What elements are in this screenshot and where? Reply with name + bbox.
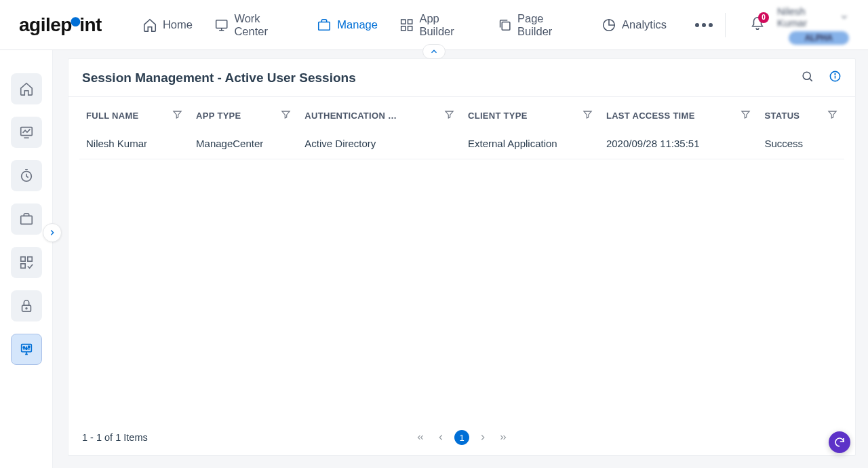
svg-rect-14 [22, 305, 31, 311]
pager-first[interactable] [414, 431, 427, 444]
nav-more[interactable] [695, 23, 713, 27]
svg-point-22 [28, 346, 29, 347]
lock-icon [19, 298, 34, 313]
search-icon [801, 70, 814, 83]
nav-manage-label: Manage [337, 18, 378, 31]
col-status-label: STATUS [764, 111, 800, 121]
filter-icon [281, 109, 291, 119]
svg-rect-6 [502, 22, 510, 30]
chevron-down-icon [840, 12, 849, 22]
nav-analytics-label: Analytics [622, 18, 667, 31]
svg-point-27 [835, 74, 835, 75]
chevron-right-icon [478, 433, 488, 442]
top-nav: agilep•int Home Work Center Manage App B… [0, 0, 868, 50]
briefcase-icon [317, 18, 332, 33]
pager-info: 1 - 1 of 1 Items [82, 432, 148, 443]
chevron-right-icon [47, 228, 57, 237]
refresh-fab[interactable] [829, 431, 850, 453]
col-last-access-label: LAST ACCESS TIME [606, 111, 695, 121]
nav-page-builder[interactable]: Page Builder [498, 12, 580, 38]
sidebar-item-timer[interactable] [11, 160, 42, 191]
chevron-left-icon [436, 433, 446, 442]
filter-icon [172, 109, 182, 119]
nav-home-label: Home [163, 18, 193, 31]
table-row[interactable]: Nilesh Kumar ManageCenter Active Directo… [79, 131, 844, 159]
filter-auth[interactable] [444, 109, 454, 121]
svg-line-24 [810, 79, 812, 81]
col-last-access[interactable]: LAST ACCESS TIME [599, 97, 758, 131]
col-auth[interactable]: AUTHENTICATION … [298, 97, 461, 131]
sidebar-item-home[interactable] [11, 73, 42, 104]
svg-point-15 [26, 308, 27, 309]
info-icon [829, 70, 842, 83]
user-name-label: Nilesh Kumar [777, 5, 837, 28]
search-button[interactable] [801, 70, 814, 85]
svg-point-23 [803, 72, 810, 79]
user-block: Nilesh Kumar ALPHA [777, 5, 849, 45]
sliders-icon [19, 342, 34, 357]
home-icon [142, 18, 157, 33]
sidebar-expand-button[interactable] [43, 223, 62, 242]
info-button[interactable] [829, 70, 842, 85]
pager-last[interactable] [496, 431, 510, 444]
table-header-row: FULL NAME APP TYPE AUTHENTICATION … CLIE… [79, 97, 844, 131]
chevron-up-icon [429, 47, 439, 56]
col-full-name[interactable]: FULL NAME [79, 97, 189, 131]
filter-full-name[interactable] [172, 109, 182, 121]
nav-items: Home Work Center Manage App Builder Page… [142, 12, 713, 38]
svg-rect-10 [20, 216, 32, 224]
svg-rect-0 [216, 20, 227, 28]
chart-monitor-icon [19, 125, 34, 140]
filter-app-type[interactable] [281, 109, 291, 121]
svg-rect-11 [20, 257, 24, 261]
sessions-table: FULL NAME APP TYPE AUTHENTICATION … CLIE… [79, 97, 844, 159]
filter-status[interactable] [827, 109, 837, 121]
stopwatch-icon [19, 168, 34, 183]
col-full-name-label: FULL NAME [86, 111, 139, 121]
bell-badge: 0 [758, 12, 769, 23]
cell-last-access: 2020/09/28 11:35:51 [599, 131, 758, 159]
layout: Session Management - Active User Session… [0, 50, 868, 468]
col-auth-label: AUTHENTICATION … [304, 111, 397, 121]
svg-point-20 [23, 347, 24, 348]
nav-work-center-label: Work Center [234, 12, 295, 38]
nav-right: 0 Nilesh Kumar ALPHA [713, 5, 849, 45]
sidebar-item-system[interactable] [11, 334, 42, 365]
sidebar-item-security[interactable] [11, 290, 42, 321]
filter-icon [827, 109, 837, 119]
main-content: Session Management - Active User Session… [53, 50, 868, 468]
nav-work-center[interactable]: Work Center [214, 12, 295, 38]
filter-icon [583, 109, 593, 119]
sidebar-item-apps[interactable] [11, 247, 42, 278]
svg-marker-32 [742, 111, 749, 118]
col-client-type[interactable]: CLIENT TYPE [461, 97, 599, 131]
panel-header-icons [801, 70, 842, 85]
sidebar [0, 50, 53, 468]
pager-next[interactable] [476, 431, 490, 444]
filter-client-type[interactable] [583, 109, 593, 121]
briefcase-icon [19, 212, 34, 227]
refresh-icon [833, 436, 846, 448]
logo[interactable]: agilep•int [19, 14, 102, 36]
collapse-topnav-button[interactable] [422, 44, 446, 59]
panel-footer: 1 - 1 of 1 Items 1 [68, 420, 855, 455]
nav-manage[interactable]: Manage [317, 18, 378, 33]
user-menu[interactable]: Nilesh Kumar [777, 5, 849, 28]
col-app-type[interactable]: APP TYPE [189, 97, 298, 131]
nav-home[interactable]: Home [142, 18, 193, 33]
notifications-button[interactable]: 0 [750, 16, 765, 34]
svg-marker-29 [282, 111, 290, 118]
panel-title: Session Management - Active User Session… [82, 71, 356, 85]
nav-app-builder[interactable]: App Builder [399, 12, 476, 38]
pager-current-page[interactable]: 1 [454, 430, 469, 445]
nav-analytics[interactable]: Analytics [601, 18, 667, 33]
sidebar-item-work[interactable] [11, 203, 42, 235]
monitor-icon [214, 18, 229, 33]
copy-icon [498, 18, 512, 33]
col-status[interactable]: STATUS [757, 97, 844, 131]
chevrons-left-icon [416, 433, 425, 442]
sidebar-item-perf[interactable] [11, 117, 42, 148]
filter-icon [444, 109, 454, 119]
pager-prev[interactable] [434, 431, 448, 444]
filter-last-access[interactable] [741, 109, 751, 121]
